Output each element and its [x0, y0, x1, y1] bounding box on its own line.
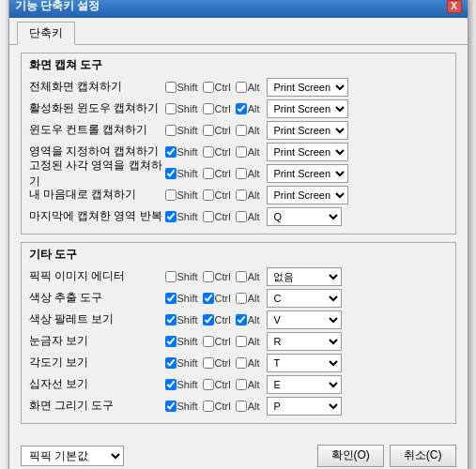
ot-row-label-3: 눈금자 보기 — [29, 333, 165, 349]
ctrl-checkbox-4[interactable] — [203, 168, 214, 179]
alt-label-4: Alt — [248, 168, 260, 179]
shift-checkbox-6[interactable] — [165, 211, 177, 222]
ot-key-dropdown-6: P — [267, 397, 342, 416]
ot-ctrl-cb-0: Ctrl — [203, 271, 231, 282]
alt-checkbox-2[interactable] — [236, 125, 247, 136]
ot-modifier-group-0: Shift Ctrl Alt — [165, 271, 264, 282]
ot-alt-checkbox-4[interactable] — [236, 357, 247, 369]
ot-key-select-2[interactable]: V — [267, 310, 342, 329]
other-tools-title: 기타 도구 — [29, 247, 448, 263]
ot-ctrl-label-4: Ctrl — [215, 357, 231, 369]
alt-checkbox-4[interactable] — [236, 168, 247, 179]
ot-ctrl-checkbox-6[interactable] — [203, 401, 214, 412]
ot-row-label-0: 픽픽 이미지 에디터 — [29, 268, 165, 284]
ot-ctrl-checkbox-3[interactable] — [203, 336, 214, 347]
ot-shift-checkbox-3[interactable] — [165, 336, 177, 347]
ot-ctrl-checkbox-5[interactable] — [203, 379, 214, 390]
title-bar: 기능 단축키 설정 X — [9, 0, 468, 18]
ot-key-select-6[interactable]: P — [267, 397, 342, 416]
close-button[interactable]: X — [447, 0, 462, 13]
ot-key-select-3[interactable]: R — [267, 332, 342, 351]
ot-shift-checkbox-5[interactable] — [165, 379, 177, 390]
table-row: 십자선 보기 Shift Ctrl Alt — [29, 374, 448, 395]
ot-ctrl-checkbox-4[interactable] — [203, 357, 214, 369]
ctrl-checkbox-6[interactable] — [203, 211, 214, 222]
ot-key-dropdown-4: T — [267, 354, 342, 372]
ctrl-checkbox-2[interactable] — [203, 125, 214, 136]
ot-key-select-1[interactable]: C — [267, 289, 342, 308]
shift-checkbox-3[interactable] — [165, 146, 177, 158]
table-row: 활성화된 윈도우 캡쳐하기 Shift Ctrl Alt — [29, 98, 448, 119]
key-select-2[interactable]: Print Screen — [267, 121, 348, 140]
content-area: 화면 캡쳐 도구 전체화면 캡쳐하기 Shift Ctrl Alt — [9, 45, 468, 439]
ot-alt-checkbox-0[interactable] — [236, 271, 247, 282]
ot-shift-checkbox-0[interactable] — [165, 271, 177, 282]
footer-left: 픽픽 기본값 — [21, 446, 124, 466]
footer-right: 확인(O) 취소(C) — [317, 445, 456, 467]
alt-checkbox-5[interactable] — [236, 189, 247, 201]
ot-key-select-4[interactable]: T — [267, 354, 342, 372]
shift-checkbox-5[interactable] — [165, 189, 177, 201]
table-row: 화면 그리기 도구 Shift Ctrl Alt — [29, 396, 448, 416]
key-select-4[interactable]: Print Screen — [267, 164, 348, 183]
ctrl-checkbox-1[interactable] — [203, 103, 214, 114]
shift-cb-4: Shift — [165, 168, 198, 179]
ot-ctrl-cb-2: Ctrl — [203, 314, 231, 325]
shift-checkbox-0[interactable] — [165, 82, 177, 93]
ot-key-select-0[interactable]: 없음 — [267, 267, 342, 286]
ot-shift-checkbox-2[interactable] — [165, 314, 177, 325]
ot-shift-label-3: Shift — [177, 336, 198, 347]
shift-cb-5: Shift — [165, 189, 198, 201]
key-select-6[interactable]: Q — [267, 207, 342, 226]
ot-shift-checkbox-4[interactable] — [165, 357, 177, 369]
table-row: 색상 추출 도구 Shift Ctrl Alt — [29, 288, 448, 309]
modifier-group-3: Shift Ctrl Alt — [165, 146, 264, 158]
shift-checkbox-1[interactable] — [165, 103, 177, 114]
ot-alt-label-5: Alt — [248, 379, 260, 390]
row-label-4: 고정된 사각 영역을 캡쳐하기 — [29, 158, 165, 189]
ot-shift-checkbox-6[interactable] — [165, 401, 177, 412]
confirm-button[interactable]: 확인(O) — [317, 445, 384, 467]
shift-label-3: Shift — [177, 146, 198, 158]
shift-checkbox-4[interactable] — [165, 168, 177, 179]
default-select[interactable]: 픽픽 기본값 — [21, 446, 124, 466]
ctrl-checkbox-5[interactable] — [203, 189, 214, 201]
ot-row-label-2: 색상 팔레트 보기 — [29, 311, 165, 327]
tab-shortcuts[interactable]: 단축키 — [17, 22, 75, 45]
ot-shift-label-1: Shift — [177, 293, 198, 304]
key-select-5[interactable]: Print Screen — [267, 186, 348, 204]
ot-key-select-5[interactable]: E — [267, 375, 342, 394]
shift-cb-1: Shift — [165, 103, 198, 114]
alt-label-0: Alt — [248, 82, 260, 93]
ot-shift-label-0: Shift — [177, 271, 198, 282]
ctrl-checkbox-3[interactable] — [203, 146, 214, 158]
shift-label-5: Shift — [177, 189, 198, 201]
key-dropdown-6: Q — [267, 207, 342, 226]
ot-shift-checkbox-1[interactable] — [165, 293, 177, 304]
ctrl-checkbox-0[interactable] — [203, 82, 214, 93]
ctrl-cb-0: Ctrl — [203, 82, 231, 93]
ot-ctrl-checkbox-1[interactable] — [203, 293, 214, 304]
alt-checkbox-6[interactable] — [236, 211, 247, 222]
cancel-button[interactable]: 취소(C) — [390, 445, 456, 467]
ot-alt-checkbox-2[interactable] — [236, 314, 247, 325]
alt-checkbox-0[interactable] — [236, 82, 247, 93]
ot-alt-checkbox-6[interactable] — [236, 401, 247, 412]
ot-alt-checkbox-3[interactable] — [236, 336, 247, 347]
ot-alt-checkbox-1[interactable] — [236, 293, 247, 304]
key-select-0[interactable]: Print Screen — [267, 78, 348, 97]
ot-ctrl-checkbox-0[interactable] — [203, 271, 214, 282]
alt-checkbox-3[interactable] — [236, 146, 247, 158]
ot-key-dropdown-2: V — [267, 310, 342, 329]
key-select-3[interactable]: Print Screen — [267, 143, 348, 161]
alt-checkbox-1[interactable] — [236, 103, 247, 114]
shift-cb-0: Shift — [165, 82, 198, 93]
ot-ctrl-checkbox-2[interactable] — [203, 314, 214, 325]
key-select-1[interactable]: Print Screen — [267, 99, 348, 118]
ot-alt-checkbox-5[interactable] — [236, 379, 247, 390]
row-label-6: 마지막에 캡쳐한 영역 반복 — [29, 208, 165, 224]
modifier-group-4: Shift Ctrl Alt — [165, 168, 264, 179]
table-row: 픽픽 이미지 에디터 Shift Ctrl Alt — [29, 266, 448, 287]
shift-checkbox-2[interactable] — [165, 125, 177, 136]
ot-alt-cb-5: Alt — [236, 379, 260, 390]
